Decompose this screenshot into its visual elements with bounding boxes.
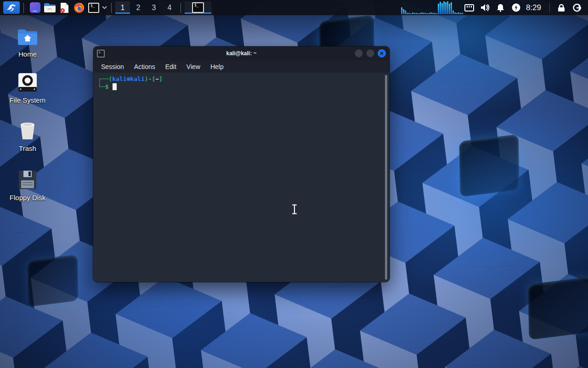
desktop-icon-label: Home [18,50,37,58]
launcher-file-manager[interactable] [42,1,57,14]
workspace-1[interactable]: 1 [115,1,130,14]
desktop-icon-trash[interactable]: Trash [3,120,52,152]
taskbar-window-terminal[interactable]: $_ [185,1,211,14]
menu-session[interactable]: Session [97,62,128,72]
notifications-button[interactable] [493,1,509,14]
prompt-path: ~ [155,75,159,82]
panel-separator [23,3,24,13]
bell-icon [497,4,504,12]
window-terminal-icon: k. [97,50,105,58]
desktop-settings-icon [30,2,40,13]
desktop-icon-label: File System [10,96,45,104]
launcher-show-desktop[interactable] [28,1,42,14]
panel-separator [111,3,112,13]
desktop-icon-label: Floppy Disk [10,194,45,201]
terminal-scrollbar[interactable] [385,75,387,280]
ibeam-mouse-cursor [291,204,298,215]
top-panel: $_ 1 2 3 4 $_ [0,0,588,15]
workspace-4[interactable]: 4 [162,1,177,14]
folder-icon [44,3,56,13]
terminal-content[interactable]: ┌──(kali⊛kali)-[~] └─$ [93,73,390,282]
prompt-host: kali [130,75,144,82]
desktop-icon-floppy[interactable]: Floppy Disk [3,169,52,201]
window-title: kali@kali: ~ [93,50,390,57]
firefox-icon [74,2,85,13]
close-button[interactable]: ✕ [378,49,386,58]
text-editor-icon [59,2,69,13]
prompt-user: kali [112,75,126,82]
prompt-frame: )-[ [145,75,155,82]
menu-help[interactable]: Help [206,62,228,72]
terminal-icon: $_ [88,3,99,13]
workspace-switcher: 1 2 3 4 [115,1,177,14]
prompt-frame: └─ [98,83,105,90]
terminal-dropdown-button[interactable] [101,1,107,14]
volume-button[interactable] [477,1,493,14]
lock-screen-button[interactable] [554,1,569,14]
power-manager-button[interactable] [509,1,524,14]
panel-separator [181,3,181,13]
prompt-frame: ┌──( [98,75,112,82]
window-controls: ✕ [355,49,386,58]
home-folder-icon [17,26,38,46]
chevron-down-icon [102,6,107,9]
cpu-load-graph[interactable] [401,1,455,14]
logout-icon [573,4,581,12]
terminal-menubar: Session Actions Edit View Help [93,60,390,73]
terminal-window-icon: $_ [192,2,204,13]
menu-actions[interactable]: Actions [130,62,159,72]
menu-edit[interactable]: Edit [161,62,181,72]
desktop-icon-home[interactable]: Home [3,26,52,58]
prompt-frame: ] [159,75,163,82]
trash-bin-icon [18,120,37,140]
minimize-button[interactable] [355,49,363,58]
panel-separator [549,3,550,13]
network-status-button[interactable] [462,1,477,14]
workspace-2[interactable]: 2 [131,1,146,14]
system-tray: 8:29 [401,1,585,14]
network-icon [464,4,474,12]
floppy-disk-icon [18,169,37,190]
power-plug-icon [512,3,520,12]
desktop-icon-filesystem[interactable]: File System [3,72,52,104]
menu-view[interactable]: View [182,62,204,72]
prompt-line-1: ┌──(kali⊛kali)-[~] [98,75,385,83]
workspace-3[interactable]: 3 [147,1,161,14]
prompt-dollar: $ [105,83,109,90]
prompt-line-2: └─$ [98,83,385,91]
terminal-window: k. kali@kali: ~ ✕ Session Actions Edit V… [93,46,390,282]
logout-button[interactable] [569,1,585,14]
launcher-firefox[interactable] [72,1,86,14]
terminal-cursor [113,83,117,90]
window-titlebar[interactable]: k. kali@kali: ~ ✕ [93,46,390,60]
volume-icon [481,4,490,12]
kali-dragon-icon [6,3,17,13]
launcher-terminal[interactable]: $_ [86,1,101,14]
launcher-text-editor[interactable] [57,1,72,14]
desktop-icon-label: Trash [19,144,36,152]
clock[interactable]: 8:29 [524,3,546,12]
maximize-button[interactable] [366,49,374,58]
harddrive-icon [18,72,37,92]
applications-menu-button[interactable] [3,1,20,14]
lock-icon [558,4,565,12]
